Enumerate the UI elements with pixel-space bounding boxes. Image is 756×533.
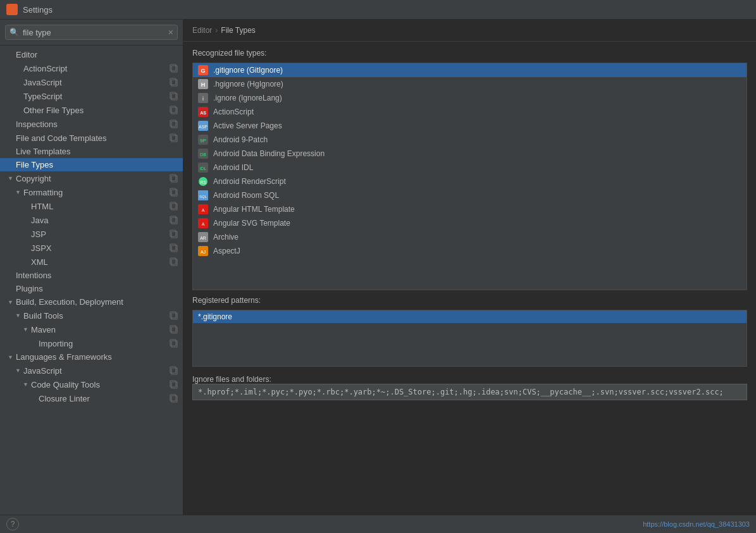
copy-icon-jspx bbox=[169, 243, 179, 253]
sidebar-item-jsp[interactable]: JSP bbox=[0, 227, 183, 241]
sidebar-item-file-code-templates[interactable]: File and Code Templates bbox=[0, 131, 183, 145]
copy-icon-insp bbox=[169, 119, 179, 129]
title-bar-text: Settings bbox=[23, 5, 53, 15]
pt-item-gitignore[interactable]: *.gitignore bbox=[193, 310, 747, 323]
ft-item-aspectj[interactable]: AJ AspectJ bbox=[193, 244, 747, 258]
sidebar-item-other-file-types[interactable]: Other File Types bbox=[0, 103, 183, 117]
sidebar-item-typescript[interactable]: TypeScript bbox=[0, 89, 183, 103]
ft-item-android-data-binding[interactable]: DB Android Data Binding Expression bbox=[193, 147, 747, 161]
svg-text:i: i bbox=[202, 95, 204, 102]
sidebar-plugins-label: Plugins bbox=[16, 284, 179, 293]
sidebar-item-xml[interactable]: XML bbox=[0, 255, 183, 269]
ft-item-gitignore[interactable]: G .gitignore (GitIgnore) bbox=[193, 63, 747, 77]
sidebar-item-build-tools[interactable]: Build Tools bbox=[0, 309, 183, 322]
ft-item-android-idl[interactable]: IDL Android IDL bbox=[193, 161, 747, 175]
sidebar-cl-label: Closure Linter bbox=[39, 394, 169, 403]
sidebar-item-formatting[interactable]: Formatting bbox=[0, 185, 183, 199]
triangle-bed bbox=[8, 299, 14, 305]
app-icon bbox=[6, 4, 18, 15]
sidebar-item-javascript[interactable]: JavaScript bbox=[0, 75, 183, 89]
sidebar-item-jspx[interactable]: JSPX bbox=[0, 241, 183, 255]
breadcrumb-separator: › bbox=[215, 26, 218, 35]
patterns-list[interactable]: *.gitignore bbox=[192, 310, 747, 367]
sidebar-tree: Editor ActionScript JavaScript TypeScrip… bbox=[0, 46, 183, 515]
sidebar-item-inspections[interactable]: Inspections bbox=[0, 117, 183, 131]
copy-icon-cl bbox=[169, 393, 179, 403]
help-icon[interactable]: ? bbox=[6, 518, 19, 530]
sidebar-item-intentions[interactable]: Intentions bbox=[0, 269, 183, 282]
ft-label-android-data-binding: Android Data Binding Expression bbox=[213, 149, 741, 158]
ft-icon-actionscript: AS bbox=[198, 107, 208, 117]
ft-item-hgignore[interactable]: H .hgignore (HgIgnore) bbox=[193, 77, 747, 91]
sidebar-item-code-quality-tools[interactable]: Code Quality Tools bbox=[0, 377, 183, 391]
svg-rect-1 bbox=[13, 6, 16, 9]
ft-item-archive[interactable]: AR Archive bbox=[193, 230, 747, 244]
main-container: 🔍 × Editor ActionScript JavaScript bbox=[0, 20, 756, 515]
sidebar-copyright-label: Copyright bbox=[16, 174, 169, 183]
sidebar-item-editor[interactable]: Editor bbox=[0, 48, 183, 61]
copy-icon-bt bbox=[169, 310, 179, 321]
sidebar-item-file-types[interactable]: File Types bbox=[0, 158, 183, 171]
ft-label-actionscript: ActionScript bbox=[213, 107, 741, 116]
svg-text:H: H bbox=[201, 82, 206, 88]
svg-text:AS: AS bbox=[200, 111, 206, 115]
search-input[interactable] bbox=[23, 28, 164, 37]
ignore-input[interactable] bbox=[192, 384, 747, 400]
svg-rect-0 bbox=[8, 6, 11, 9]
sidebar-item-maven[interactable]: Maven bbox=[0, 322, 183, 336]
clear-icon[interactable]: × bbox=[168, 27, 173, 37]
sidebar-item-html[interactable]: HTML bbox=[0, 199, 183, 213]
ft-item-angular-html[interactable]: A Angular HTML Template bbox=[193, 202, 747, 216]
recognized-section-label: Recognized file types: bbox=[192, 49, 266, 58]
sidebar-item-closure-linter[interactable]: Closure Linter bbox=[0, 391, 183, 405]
bottom-link[interactable]: https://blog.csdn.net/qq_38431303 bbox=[643, 520, 750, 528]
ft-label-asp: Active Server Pages bbox=[213, 121, 741, 130]
sidebar-html-label: HTML bbox=[31, 202, 169, 211]
sidebar-item-live-templates[interactable]: Live Templates bbox=[0, 145, 183, 158]
search-input-wrapper[interactable]: 🔍 × bbox=[5, 25, 178, 40]
triangle-formatting bbox=[15, 189, 22, 195]
sidebar-item-copyright[interactable]: Copyright bbox=[0, 171, 183, 185]
svg-text:AR: AR bbox=[200, 236, 206, 240]
triangle-cqt bbox=[23, 381, 29, 388]
ft-item-asp[interactable]: ASP Active Server Pages bbox=[193, 119, 747, 133]
ft-icon-android-idl: IDL bbox=[198, 162, 208, 173]
sidebar-insp-label: Inspections bbox=[16, 119, 169, 129]
ft-item-angular-svg[interactable]: A Angular SVG Template bbox=[193, 216, 747, 230]
sidebar-formatting-label: Formatting bbox=[23, 188, 169, 197]
ft-label-angular-html: Angular HTML Template bbox=[213, 205, 741, 214]
sidebar-item-actionscript[interactable]: ActionScript bbox=[0, 61, 183, 75]
ft-label-android9patch: Android 9-Patch bbox=[213, 135, 741, 144]
sidebar-bt-label: Build Tools bbox=[23, 311, 169, 321]
copy-icon-oft bbox=[169, 105, 179, 115]
sidebar-item-build-exec-deploy[interactable]: Build, Execution, Deployment bbox=[0, 295, 183, 309]
sidebar-xml-label: XML bbox=[31, 257, 169, 267]
sidebar-item-java[interactable]: Java bbox=[0, 213, 183, 227]
ft-item-ignore[interactable]: i .ignore (IgnoreLang) bbox=[193, 91, 747, 105]
sidebar-bed-label: Build, Execution, Deployment bbox=[16, 297, 179, 307]
content-area: Editor › File Types Recognized file type… bbox=[183, 20, 756, 515]
sidebar-item-importing[interactable]: Importing bbox=[0, 336, 183, 350]
sidebar-item-javascript2[interactable]: JavaScript bbox=[0, 364, 183, 377]
svg-text:IDL: IDL bbox=[200, 166, 207, 171]
ft-icon-aspectj: AJ bbox=[198, 246, 208, 256]
file-types-list[interactable]: G .gitignore (GitIgnore) H .hgignore (Hg… bbox=[192, 63, 747, 290]
search-box: 🔍 × bbox=[0, 20, 183, 46]
ft-item-android-renderscript[interactable]: RS Android RenderScript bbox=[193, 175, 747, 188]
svg-text:RS: RS bbox=[200, 180, 206, 185]
ft-item-android9patch[interactable]: 9P Android 9-Patch bbox=[193, 133, 747, 147]
ft-item-android-room-sql[interactable]: SQL Android Room SQL bbox=[193, 188, 747, 202]
copy-icon-jsp bbox=[169, 229, 179, 239]
ft-label-gitignore: .gitignore (GitIgnore) bbox=[213, 66, 741, 75]
svg-rect-2 bbox=[8, 10, 11, 13]
sidebar-ft-label: File Types bbox=[16, 160, 179, 169]
bottom-bar-right: https://blog.csdn.net/qq_38431303 bbox=[643, 520, 750, 528]
ft-icon-angular-svg: A bbox=[198, 218, 208, 228]
breadcrumb-current: File Types bbox=[221, 26, 255, 35]
triangle-js2 bbox=[15, 367, 22, 374]
sidebar-jspx-label: JSPX bbox=[31, 243, 169, 253]
ft-item-actionscript[interactable]: AS ActionScript bbox=[193, 105, 747, 119]
sidebar-item-lang-frameworks[interactable]: Languages & Frameworks bbox=[0, 350, 183, 364]
svg-text:A: A bbox=[202, 208, 205, 212]
sidebar-item-plugins[interactable]: Plugins bbox=[0, 282, 183, 295]
